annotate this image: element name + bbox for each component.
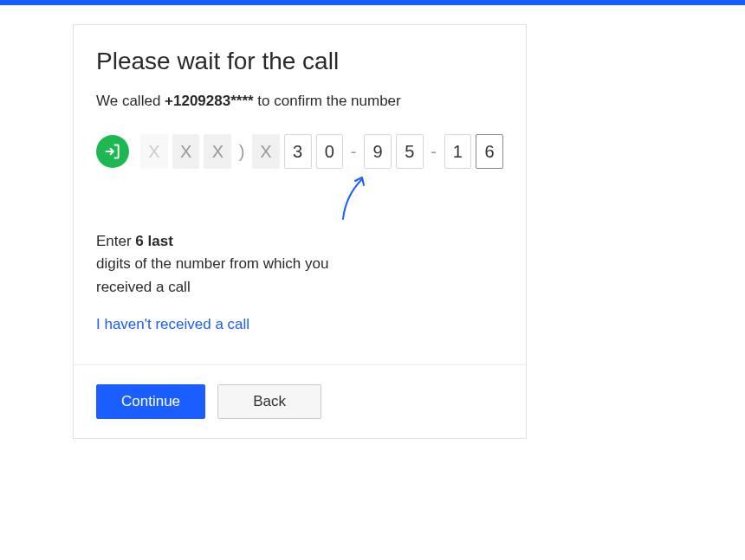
code-digit-4[interactable]: 5 [396, 134, 424, 169]
called-message: We called +1209283**** to confirm the nu… [96, 93, 503, 110]
dash-separator: - [347, 134, 360, 169]
page-title: Please wait for the call [96, 48, 503, 75]
card-divider [74, 364, 526, 365]
code-digit-2[interactable]: 0 [316, 134, 344, 169]
instructions-bold: 6 last [135, 233, 172, 249]
called-prefix: We called [96, 93, 165, 109]
code-digit-5[interactable]: 1 [444, 134, 472, 169]
paren-separator: ) [236, 134, 248, 169]
code-digit-1[interactable]: 3 [284, 134, 312, 169]
code-digit-3[interactable]: 9 [364, 134, 392, 169]
verification-card: Please wait for the call We called +1209… [73, 24, 527, 439]
digit-entry-row: X X X ) X 3 0 - 9 5 - 1 6 [96, 134, 503, 169]
code-digit-6[interactable]: 6 [476, 134, 503, 169]
instructions-text: Enter 6 last digits of the number from w… [96, 230, 356, 299]
top-accent-bar [0, 0, 745, 5]
no-call-link[interactable]: I haven't received a call [96, 316, 249, 333]
arrow-icon [340, 174, 369, 226]
continue-button[interactable]: Continue [96, 384, 205, 419]
called-suffix: to confirm the number [254, 93, 401, 109]
masked-digit: X [252, 134, 280, 169]
button-row: Continue Back [96, 384, 503, 419]
masked-digit: X [204, 134, 231, 169]
masked-digit: X [172, 134, 200, 169]
instructions-prefix: Enter [96, 233, 135, 249]
arrow-container [96, 184, 503, 232]
back-button[interactable]: Back [217, 384, 321, 419]
called-number: +1209283**** [165, 93, 254, 109]
masked-digit: X [140, 134, 168, 169]
login-icon [96, 135, 129, 168]
instructions-line2: digits of the number from which you rece… [96, 255, 328, 294]
dash-separator: - [428, 134, 440, 169]
